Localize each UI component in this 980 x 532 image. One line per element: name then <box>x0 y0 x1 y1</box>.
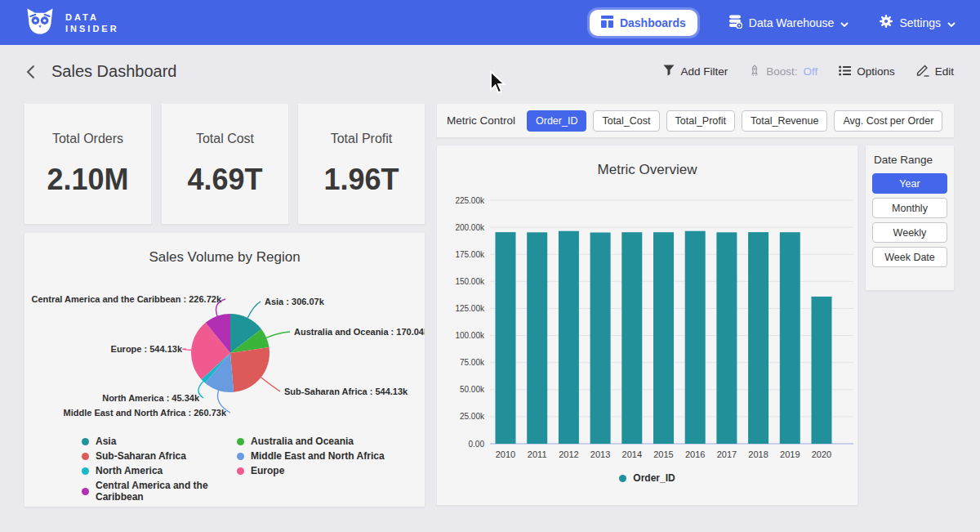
kpi-value: 2.10M <box>47 163 128 197</box>
pie-chart-card: Sales Volume by Region Asia : 306.07kAus… <box>24 233 425 507</box>
y-tick-label: 50.00k <box>460 385 485 394</box>
y-tick-label: 0.00 <box>469 440 485 449</box>
y-tick-label: 100.00k <box>455 331 485 340</box>
y-tick-label: 25.00k <box>460 412 485 421</box>
chevron-down-icon <box>947 16 956 29</box>
pie-slice-2[interactable] <box>230 347 270 392</box>
pie-leader-line <box>183 349 191 350</box>
metric-chip-avg-cost-per-order[interactable]: Avg. Cost per Order <box>834 110 942 132</box>
x-tick-label: 2019 <box>780 449 800 459</box>
metric-control-bar: Metric Control Order_ID Total_Cost Total… <box>437 104 954 137</box>
kpi-label: Total Orders <box>52 132 123 146</box>
metric-chip-total-revenue[interactable]: Total_Revenue <box>742 110 827 132</box>
dashboards-button[interactable]: Dashboards <box>590 10 697 36</box>
pie-slice-label: Asia : 306.07k <box>265 297 325 306</box>
date-range-label: Date Range <box>874 154 947 166</box>
legend-label: Europe <box>251 465 284 476</box>
pie-leader-line <box>266 332 290 338</box>
legend-item[interactable]: Australia and Oceania <box>237 436 385 447</box>
date-range-weekly-button[interactable]: Weekly <box>872 222 947 243</box>
bar-2010[interactable] <box>496 232 516 444</box>
boost-toggle[interactable]: Boost: Off <box>749 65 817 79</box>
kpi-value: 1.96T <box>323 163 399 197</box>
date-range-panel: Date Range Year Monthly Weekly Week Date <box>866 145 954 290</box>
legend-item[interactable]: Sub-Saharan Africa <box>82 450 237 462</box>
database-icon <box>728 15 742 31</box>
add-filter-button[interactable]: Add Filter <box>663 65 728 78</box>
date-range-year-button[interactable]: Year <box>872 173 947 194</box>
bar-2015[interactable] <box>653 232 674 444</box>
legend-item[interactable]: Asia <box>82 436 237 447</box>
kpi-label: Total Cost <box>196 132 254 146</box>
x-tick-label: 2017 <box>717 449 737 459</box>
y-tick-label: 75.00k <box>460 358 485 367</box>
legend-label: North America <box>96 465 163 476</box>
edit-button[interactable]: Edit <box>916 64 954 79</box>
kpi-value: 4.69T <box>187 163 262 197</box>
settings-menu[interactable]: Settings <box>880 15 956 30</box>
pie-slice-label: North America : 45.34k <box>102 393 200 403</box>
bar-2012[interactable] <box>559 231 579 444</box>
metric-chip-total-profit[interactable]: Total_Profit <box>666 110 736 132</box>
app-root: DATA INSIDER Dashboards <box>0 0 980 532</box>
page-title: Sales Dashboard <box>51 62 176 81</box>
legend-item[interactable]: Middle East and North Africa <box>237 450 385 462</box>
x-tick-label: 2015 <box>653 449 673 459</box>
bar-2014[interactable] <box>621 232 642 444</box>
legend-dot <box>82 488 89 495</box>
legend-dot <box>237 453 244 460</box>
y-tick-label: 200.00k <box>455 223 485 232</box>
legend-dot <box>237 467 244 475</box>
bar-chart-title: Metric Overview <box>437 145 858 178</box>
bar-2011[interactable] <box>527 232 547 444</box>
bar-2017[interactable] <box>716 232 737 444</box>
legend-dot <box>82 438 89 445</box>
pie-slice-label: Sub-Saharan Africa : 544.13k <box>284 387 408 396</box>
kpi-card-total-cost: Total Cost 4.69T <box>162 104 288 224</box>
y-tick-label: 125.00k <box>455 304 485 313</box>
y-tick-label: 150.00k <box>455 277 485 286</box>
owl-logo-icon <box>24 7 56 39</box>
bar-2013[interactable] <box>590 233 611 445</box>
back-button[interactable] <box>26 65 35 79</box>
chevron-down-icon <box>840 16 849 29</box>
legend-item[interactable]: Central America and the Caribbean <box>82 480 237 503</box>
list-options-icon <box>839 65 851 78</box>
data-warehouse-menu[interactable]: Data Warehouse <box>728 15 849 31</box>
bar-2018[interactable] <box>748 232 768 444</box>
bar-legend-label: Order_ID <box>633 472 675 484</box>
pie-leader-line <box>247 302 261 318</box>
settings-label: Settings <box>899 16 941 29</box>
legend-item[interactable]: North America <box>82 465 237 476</box>
bar-chart-svg: 0.0025.00k50.00k75.00k100.00k125.00k150.… <box>437 178 858 464</box>
x-tick-label: 2010 <box>496 449 515 459</box>
kpi-label: Total Profit <box>331 132 393 146</box>
metric-chip-total-cost[interactable]: Total_Cost <box>593 110 659 132</box>
pie-legend-column: AsiaSub-Saharan AfricaNorth AmericaCentr… <box>82 436 237 503</box>
bar-2019[interactable] <box>780 232 800 444</box>
options-button[interactable]: Options <box>839 65 895 78</box>
page-header: Sales Dashboard Add Filter Boost: Off <box>0 45 980 98</box>
dashboards-label: Dashboards <box>620 16 686 29</box>
pie-chart-title: Sales Volume by Region <box>24 233 425 266</box>
legend-dot <box>237 438 244 445</box>
legend-item[interactable]: Europe <box>237 465 385 476</box>
legend-dot <box>82 453 89 460</box>
brand-line1: DATA <box>65 11 119 23</box>
rocket-icon <box>749 65 760 79</box>
data-warehouse-label: Data Warehouse <box>749 16 835 29</box>
bar-2016[interactable] <box>685 231 706 444</box>
y-tick-label: 175.00k <box>455 250 485 259</box>
pie-slice-label: Central America and the Caribbean : 226.… <box>31 294 221 304</box>
dashboards-grid-icon <box>601 16 613 30</box>
bar-chart-legend[interactable]: Order_ID <box>437 472 858 484</box>
pie-slice-label: Middle East and North Africa : 260.73k <box>64 408 227 418</box>
bar-2020[interactable] <box>812 297 832 444</box>
boost-state: Off <box>803 65 817 78</box>
pie-slice-label: Australia and Oceania : 170.04k <box>294 327 425 337</box>
metric-chip-order-id[interactable]: Order_ID <box>527 110 586 132</box>
date-range-week-date-button[interactable]: Week Date <box>872 247 947 267</box>
date-range-monthly-button[interactable]: Monthly <box>872 198 947 218</box>
brand-logo[interactable]: DATA INSIDER <box>24 7 119 39</box>
gear-icon <box>880 15 893 30</box>
